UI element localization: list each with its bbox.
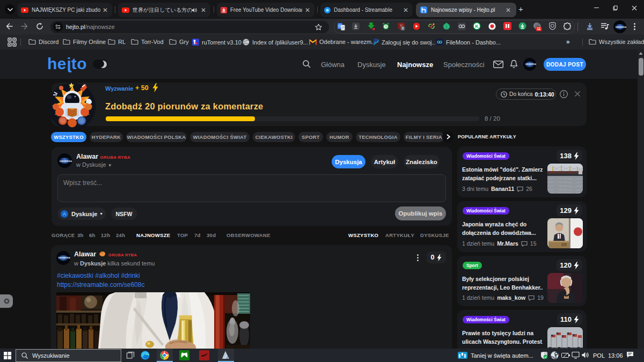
- svg-text:6: 6: [402, 26, 404, 30]
- svg-text:K: K: [475, 24, 479, 29]
- svg-text:11: 11: [537, 27, 540, 31]
